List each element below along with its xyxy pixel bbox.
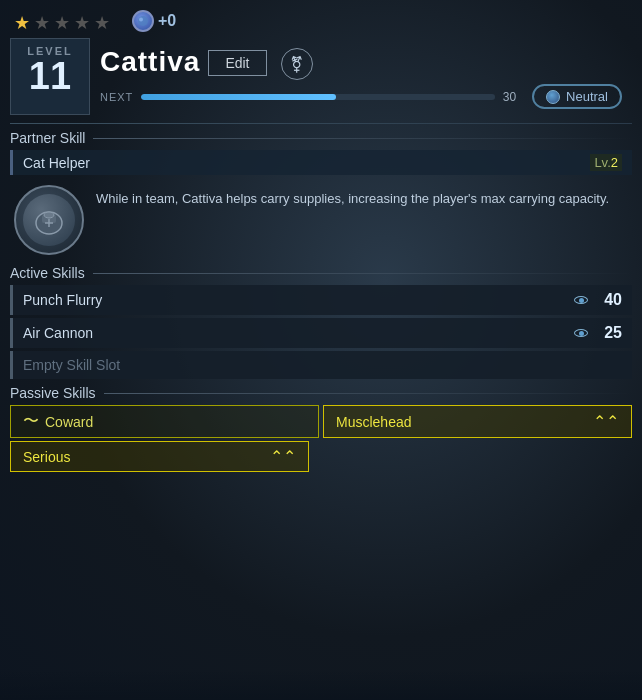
neutral-label: Neutral bbox=[566, 89, 608, 104]
star-rating: ★ ★ ★ ★ ★ bbox=[14, 12, 112, 30]
next-value: 30 bbox=[503, 90, 516, 104]
musclehead-icon: ⌃⌃ bbox=[593, 412, 619, 431]
svg-point-0 bbox=[138, 16, 148, 26]
eye-icon-1 bbox=[574, 329, 588, 337]
section-line-passive bbox=[104, 393, 632, 394]
passive-skill-serious[interactable]: Serious ⌃⌃ bbox=[10, 441, 309, 472]
serious-label: Serious bbox=[23, 449, 70, 465]
cost-value-1: 25 bbox=[594, 324, 622, 342]
passive-skills-section: Passive Skills 〜 Coward Musclehead ⌃⌃ Se… bbox=[10, 385, 632, 472]
eye-icon-0 bbox=[574, 296, 588, 304]
partner-skill-description: While in team, Cattiva helps carry suppl… bbox=[96, 185, 628, 209]
empty-slot-label: Empty Skill Slot bbox=[23, 357, 120, 373]
character-panel: LEVEL 11 Cattiva Edit ⚧ NEXT 30 Neutral bbox=[10, 38, 632, 115]
progress-fill bbox=[141, 94, 335, 100]
serious-icon: ⌃⌃ bbox=[270, 447, 296, 466]
passive-row-2: Serious ⌃⌃ bbox=[10, 441, 632, 472]
divider-1 bbox=[10, 123, 632, 124]
active-skill-cost-1: 25 bbox=[574, 324, 622, 342]
passive-skills-title: Passive Skills bbox=[10, 385, 96, 401]
passive-skills-header: Passive Skills bbox=[10, 385, 632, 401]
passive-skill-coward[interactable]: 〜 Coward bbox=[10, 405, 319, 438]
partner-skill-title: Partner Skill bbox=[10, 130, 85, 146]
coward-icon: 〜 bbox=[23, 411, 39, 432]
skill-icon-inner bbox=[23, 194, 75, 246]
active-skill-row-1[interactable]: Air Cannon 25 bbox=[10, 318, 632, 348]
svg-point-1 bbox=[139, 18, 143, 22]
active-skill-name-1: Air Cannon bbox=[23, 325, 93, 341]
active-skill-name-0: Punch Flurry bbox=[23, 292, 102, 308]
passive-skill-musclehead[interactable]: Musclehead ⌃⌃ bbox=[323, 405, 632, 438]
passive-row-1: 〜 Coward Musclehead ⌃⌃ bbox=[10, 405, 632, 438]
partner-skill-description-area: While in team, Cattiva helps carry suppl… bbox=[10, 177, 632, 259]
active-skill-row-0[interactable]: Punch Flurry 40 bbox=[10, 285, 632, 315]
partner-skill-section: Partner Skill Cat Helper Lv.2 bbox=[10, 130, 632, 259]
active-skill-cost-0: 40 bbox=[574, 291, 622, 309]
lv-label: Lv. bbox=[594, 155, 610, 170]
gender-icon: ⚧ bbox=[281, 48, 313, 80]
progress-track bbox=[141, 94, 494, 100]
active-skills-section: Active Skills Punch Flurry 40 Air Cannon… bbox=[10, 265, 632, 379]
pupil-0 bbox=[579, 298, 584, 303]
star-5: ★ bbox=[94, 12, 112, 30]
partner-skill-header: Partner Skill bbox=[10, 130, 632, 146]
skill-icon-circle bbox=[14, 185, 84, 255]
active-skill-row-2[interactable]: Empty Skill Slot bbox=[10, 351, 632, 379]
name-section: Cattiva Edit ⚧ NEXT 30 Neutral bbox=[90, 38, 632, 115]
cost-value-0: 40 bbox=[594, 291, 622, 309]
section-line-partner bbox=[93, 138, 632, 139]
active-skills-header: Active Skills bbox=[10, 265, 632, 281]
plus-value: +0 bbox=[158, 12, 176, 30]
section-line-active bbox=[93, 273, 632, 274]
level-box: LEVEL 11 bbox=[10, 38, 90, 115]
edit-button[interactable]: Edit bbox=[208, 50, 266, 76]
star-3: ★ bbox=[54, 12, 72, 30]
next-label: NEXT bbox=[100, 91, 133, 103]
coward-label: Coward bbox=[45, 414, 93, 430]
svg-point-4 bbox=[44, 212, 54, 218]
partner-skill-name: Cat Helper bbox=[23, 155, 582, 171]
character-name: Cattiva bbox=[100, 46, 200, 78]
partner-skill-level: Lv.2 bbox=[590, 154, 622, 171]
name-edit-row: Cattiva Edit ⚧ bbox=[100, 44, 622, 80]
neutral-dot bbox=[546, 90, 560, 104]
active-skills-title: Active Skills bbox=[10, 265, 85, 281]
soul-points: +0 bbox=[132, 10, 176, 32]
pupil-1 bbox=[579, 331, 584, 336]
star-4: ★ bbox=[74, 12, 92, 30]
level-number: 11 bbox=[21, 57, 79, 95]
soul-icon bbox=[132, 10, 154, 32]
star-1: ★ bbox=[14, 12, 32, 30]
rating-bar: ★ ★ ★ ★ ★ +0 bbox=[0, 0, 642, 38]
next-bar: NEXT 30 Neutral bbox=[100, 84, 622, 109]
musclehead-label: Musclehead bbox=[336, 414, 412, 430]
lv-number: 2 bbox=[611, 155, 618, 170]
neutral-badge: Neutral bbox=[532, 84, 622, 109]
partner-skill-row: Cat Helper Lv.2 bbox=[10, 150, 632, 175]
star-2: ★ bbox=[34, 12, 52, 30]
bottom-fade bbox=[0, 670, 642, 700]
